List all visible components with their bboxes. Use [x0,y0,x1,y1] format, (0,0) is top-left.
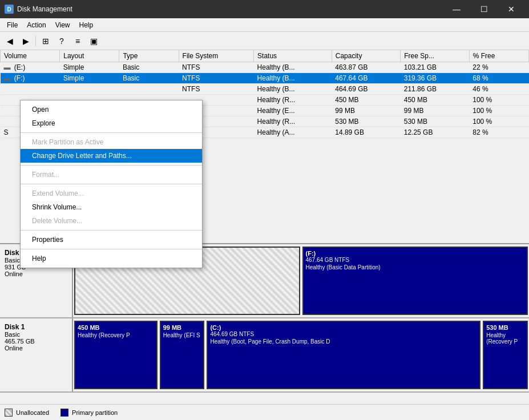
toolbar-separator-1 [35,35,36,47]
cell-status: Healthy (B... [254,84,332,95]
context-menu-separator [21,230,202,231]
cell-status: Healthy (E... [254,106,332,116]
cell-capacity: 99 MB [332,106,400,116]
minimize-button[interactable]: — [443,0,470,18]
cell-free: 211.86 GB [401,84,469,95]
cell-free: 319.36 GB [401,73,469,84]
col-status: Status [254,50,332,62]
legend-unallocated-label: Unallocated [16,409,49,416]
disk-partition[interactable]: (F:) 467.64 GB NTFS Healthy (Basic Data … [302,247,528,315]
col-type: Type [119,50,179,62]
cell-free: 450 MB [401,95,469,106]
legend-unallocated: Unallocated [5,409,49,417]
partition-desc: Healthy (Recovery P [486,332,524,345]
partition-label: 99 MB [163,324,201,331]
cell-free: 530 MB [401,116,469,127]
disk-partition[interactable]: (C:) 464.69 GB NTFS Healthy (Boot, Page … [207,321,480,389]
cell-pct: 82 % [469,127,528,138]
cell-pct: 22 % [469,62,528,73]
cell-pct: 100 % [469,106,528,116]
cell-capacity: 450 MB [332,95,400,106]
cell-capacity: 14.89 GB [332,127,400,138]
cell-capacity: 463.87 GB [332,62,400,73]
cell-volume [1,84,60,95]
view-button[interactable]: ▣ [86,34,101,49]
toolbar: ◀ ▶ ⊞ ? ≡ ▣ [0,32,529,50]
cell-capacity: 464.69 GB [332,84,400,95]
title-bar: D Disk Management — ☐ ✕ [0,0,529,18]
table-header-row: Volume Layout Type File System Status Ca… [1,50,529,62]
close-button[interactable]: ✕ [498,0,524,18]
cell-status: Healthy (R... [254,95,332,106]
legend-unallocated-box [5,409,13,417]
forward-button[interactable]: ▶ [18,34,33,49]
context-menu-separator [21,184,202,184]
partition-desc: Healthy (EFI S [163,332,201,338]
cell-fs: NTFS [179,62,253,73]
partition-label: (F:) [306,250,525,257]
partition-desc: Healthy (Basic Data Partition) [306,264,525,270]
cell-volume: ▬ (F:) [1,73,60,84]
context-menu: OpenExploreMark Partition as ActiveChang… [20,100,203,268]
table-row[interactable]: NTFS Healthy (B... 464.69 GB 211.86 GB 4… [1,84,529,95]
context-menu-item[interactable]: Change Drive Letter and Paths... [21,149,202,163]
cell-status: Healthy (A... [254,127,332,138]
table-row[interactable]: ▬ (F:) Simple Basic NTFS Healthy (B... 4… [1,73,529,84]
partition-size: 464.69 GB NTFS [210,331,477,337]
menu-view[interactable]: View [51,20,75,30]
col-free: Free Sp... [401,50,469,62]
menu-action[interactable]: Action [22,20,50,30]
cell-fs: NTFS [179,73,253,84]
col-filesystem: File System [179,50,253,62]
back-button[interactable]: ◀ [2,34,17,49]
col-capacity: Capacity [332,50,400,62]
partition-label: (C:) [210,324,477,331]
cell-pct: 100 % [469,95,528,106]
cell-layout: Simple [60,62,119,73]
cell-free: 103.21 GB [401,62,469,73]
table-row[interactable]: ▬ (E:) Simple Basic NTFS Healthy (B... 4… [1,62,529,73]
context-menu-item[interactable]: Explore [21,116,202,130]
cell-status: Healthy (B... [254,73,332,84]
partition-desc: Healthy (Recovery P [78,332,154,338]
col-volume: Volume [1,50,60,62]
cell-layout [60,84,119,95]
window-title: Disk Management [17,5,443,13]
menu-help[interactable]: Help [75,20,98,30]
context-menu-item[interactable]: Open [21,103,202,116]
list-button[interactable]: ≡ [70,34,85,49]
cell-volume: ▬ (E:) [1,62,60,73]
partition-label: 530 MB [486,324,524,331]
context-menu-item: Format... [21,168,202,181]
cell-status: Healthy (R... [254,116,332,127]
cell-fs: NTFS [179,84,253,95]
maximize-button[interactable]: ☐ [471,0,497,18]
help-button[interactable]: ? [54,34,69,49]
context-menu-separator [21,132,202,133]
disk-partition[interactable]: 99 MB Healthy (EFI S [160,321,205,389]
disk-view[interactable]: Disk 0Basic931 GBOnline 465r GB NTFS Hea… [0,244,529,404]
cell-pct: 46 % [469,84,528,95]
context-menu-item[interactable]: Shrink Volume... [21,200,202,214]
cell-capacity: 467.64 GB [332,73,400,84]
partition-desc: Healthy (Boot, Page File, Crash Dump, Ba… [210,338,477,345]
menu-bar: File Action View Help [0,18,529,32]
context-menu-item[interactable]: Help [21,252,202,265]
context-menu-separator [21,165,202,165]
partition-label: 450 MB [78,324,154,331]
disk-label: Disk 1Basic465.75 GBOnline [0,318,73,391]
disk-partition[interactable]: 450 MB Healthy (Recovery P [74,321,158,389]
context-menu-item: Mark Partition as Active [21,135,202,149]
cell-free: 99 MB [401,106,469,116]
cell-type [119,84,179,95]
context-menu-separator [21,249,202,249]
menu-file[interactable]: File [2,20,22,30]
cell-free: 12.25 GB [401,127,469,138]
disk-row: Disk 1Basic465.75 GBOnline 450 MB Health… [0,318,529,393]
context-menu-item: Delete Volume... [21,214,202,228]
cell-pct: 100 % [469,116,528,127]
context-menu-item[interactable]: Properties [21,233,202,247]
grid-button[interactable]: ⊞ [38,34,53,49]
disk-partition[interactable]: 530 MB Healthy (Recovery P [483,321,528,389]
app-icon: D [5,5,14,14]
